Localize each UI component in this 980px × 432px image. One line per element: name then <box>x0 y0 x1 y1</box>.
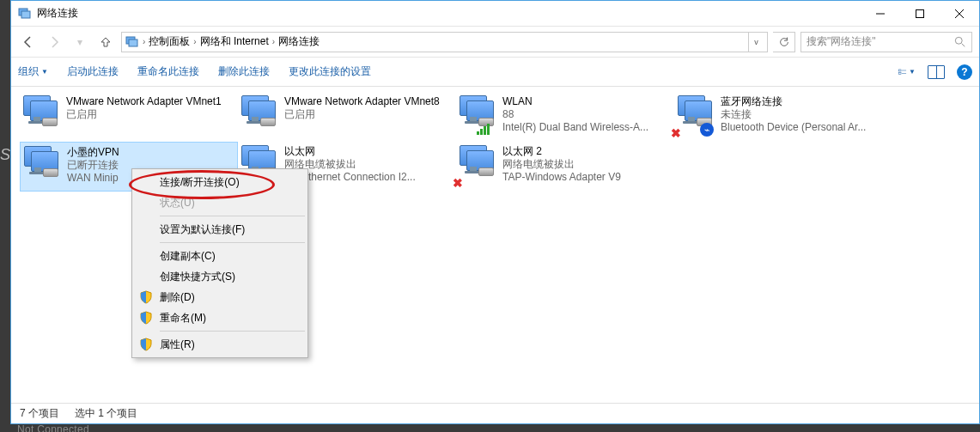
network-adapter-icon <box>240 95 277 137</box>
shield-icon <box>139 311 153 325</box>
start-connection-button[interactable]: 启动此连接 <box>67 64 119 79</box>
context-menu: 连接/断开连接(O) 状态(U) 设置为默认连接(F) 创建副本(C) 创建快捷… <box>131 168 308 358</box>
breadcrumb-seg[interactable]: 网络连接 <box>278 34 320 49</box>
separator <box>160 216 305 216</box>
svg-rect-4 <box>129 40 137 46</box>
search-icon <box>954 36 966 48</box>
minimize-button[interactable] <box>861 1 900 27</box>
ctx-connect[interactable]: 连接/断开连接(O) <box>134 172 306 192</box>
window-title: 网络连接 <box>37 6 78 21</box>
titlebar: 网络连接 <box>11 1 979 27</box>
ctx-status: 状态(U) <box>134 192 306 213</box>
separator <box>160 331 305 332</box>
disconnected-x-icon: ✖ <box>453 176 465 188</box>
breadcrumb-seg[interactable]: 控制面板 <box>149 34 190 49</box>
path-icon <box>125 35 139 49</box>
path-dropdown[interactable]: v <box>748 33 764 52</box>
item-count: 7 个项目 <box>20 406 59 421</box>
network-adapter-icon <box>22 146 60 187</box>
forward-button[interactable] <box>44 32 64 52</box>
command-bar: 组织▼ 启动此连接 重命名此连接 删除此连接 更改此连接的设置 ▼ ? <box>11 58 979 87</box>
maximize-button[interactable] <box>900 1 940 27</box>
preview-pane-button[interactable] <box>928 64 945 80</box>
close-button[interactable] <box>940 1 979 27</box>
change-settings-button[interactable]: 更改此连接的设置 <box>289 64 371 79</box>
network-adapter-icon <box>21 95 59 137</box>
app-icon <box>18 7 32 21</box>
svg-rect-6 <box>899 69 902 70</box>
organize-menu[interactable]: 组织▼ <box>18 64 48 79</box>
signal-bars-icon <box>477 124 490 135</box>
up-button[interactable] <box>95 32 116 52</box>
address-bar: ▾ › 控制面板 › 网络和 Internet › 网络连接 v 搜索"网络连接… <box>11 27 979 58</box>
help-button[interactable]: ? <box>957 64 972 80</box>
breadcrumb-seg[interactable]: 网络和 Internet <box>200 34 269 49</box>
connection-device: TAP-Windows Adapter V9 <box>502 171 621 184</box>
shield-icon <box>139 338 153 351</box>
recent-dropdown[interactable]: ▾ <box>70 32 90 52</box>
ctx-properties[interactable]: 属性(R) <box>134 334 306 355</box>
chevron-right-icon: › <box>143 37 145 46</box>
svg-point-5 <box>955 37 962 44</box>
rename-connection-button[interactable]: 重命名此连接 <box>137 64 199 79</box>
network-adapter-icon <box>458 95 496 137</box>
connection-device: Bluetooth Device (Personal Ar... <box>721 121 866 134</box>
connection-item[interactable]: VMware Network Adapter VMnet8已启用 <box>238 92 456 142</box>
connection-status: 已启用 <box>284 108 440 121</box>
connection-item[interactable]: WLAN88Intel(R) Dual Band Wireless-A... <box>456 92 674 142</box>
connection-name: 小墨的VPN <box>67 146 119 159</box>
connection-name: 蓝牙网络连接 <box>721 95 866 108</box>
ctx-rename[interactable]: 重命名(M) <box>134 307 306 328</box>
connection-item[interactable]: VMware Network Adapter VMnet1已启用 <box>20 92 238 142</box>
shield-icon <box>139 290 153 304</box>
connection-device: Intel(R) Dual Band Wireless-A... <box>502 121 648 134</box>
disconnected-x-icon: ✖ <box>671 126 683 138</box>
connection-device: WAN Minip <box>67 172 119 185</box>
connection-status: 88 <box>502 108 648 121</box>
bluetooth-icon: ⌁ <box>700 123 714 137</box>
ctx-default[interactable]: 设置为默认连接(F) <box>134 219 306 240</box>
connection-name: 以太网 <box>284 145 416 158</box>
delete-connection-button[interactable]: 删除此连接 <box>218 64 270 79</box>
search-input[interactable]: 搜索"网络连接" <box>800 32 972 52</box>
ctx-copy[interactable]: 创建副本(C) <box>134 246 306 266</box>
back-button[interactable] <box>18 32 39 52</box>
connection-status: 未连接 <box>721 108 866 121</box>
view-options-button[interactable]: ▼ <box>898 64 916 80</box>
connection-name: WLAN <box>502 95 648 108</box>
svg-rect-2 <box>916 9 924 17</box>
svg-rect-7 <box>899 72 902 74</box>
connection-item[interactable]: ✖以太网 2网络电缆被拔出TAP-Windows Adapter V9 <box>456 142 674 192</box>
background-text: Not Connected <box>17 423 89 432</box>
connection-status: 已启用 <box>66 108 222 121</box>
connection-name: VMware Network Adapter VMnet1 <box>66 95 222 108</box>
chevron-right-icon: › <box>272 37 275 46</box>
network-adapter-icon: ✖ <box>458 145 496 186</box>
ctx-shortcut[interactable]: 创建快捷方式(S) <box>134 266 306 287</box>
svg-rect-1 <box>21 11 30 18</box>
chevron-right-icon: › <box>193 37 196 46</box>
network-adapter-icon: ✖⌁ <box>676 95 714 137</box>
ctx-delete[interactable]: 删除(D) <box>134 287 306 307</box>
separator <box>160 242 305 243</box>
search-placeholder: 搜索"网络连接" <box>807 34 876 49</box>
refresh-button[interactable] <box>773 32 795 52</box>
selected-count: 选中 1 个项目 <box>75 406 137 421</box>
connection-status: 网络电缆被拔出 <box>502 158 621 171</box>
connection-name: VMware Network Adapter VMnet8 <box>284 95 440 108</box>
status-bar: 7 个项目 选中 1 个项目 <box>11 403 979 423</box>
connection-status: 已断开连接 <box>67 159 119 172</box>
connection-item[interactable]: ✖⌁蓝牙网络连接未连接Bluetooth Device (Personal Ar… <box>674 92 892 142</box>
connection-name: 以太网 2 <box>502 145 621 158</box>
breadcrumb[interactable]: › 控制面板 › 网络和 Internet › 网络连接 v <box>121 32 768 52</box>
